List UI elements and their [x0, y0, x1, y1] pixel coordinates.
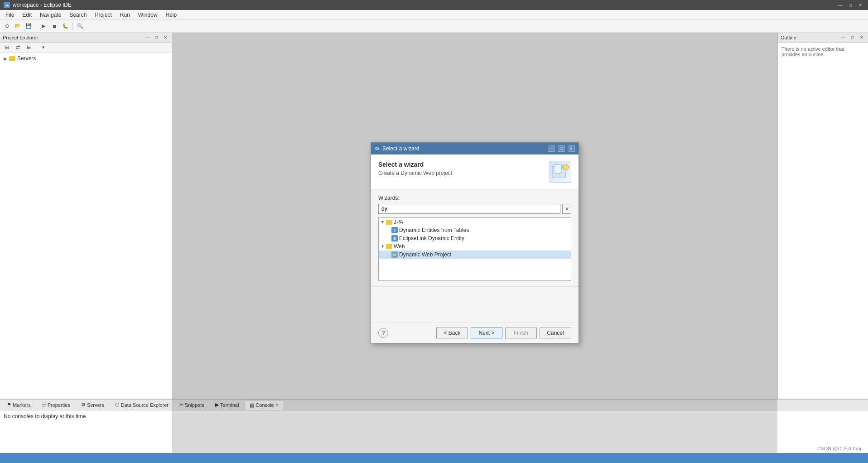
project-explorer-title: Project Explorer	[3, 35, 142, 40]
pe-link-editor[interactable]: ⇄	[13, 43, 23, 53]
wizard-item-dynamic-web-project[interactable]: W Dynamic Web Project	[379, 251, 571, 259]
markers-icon: ⚑	[7, 402, 11, 408]
modal-overlay: ⚙ Select a wizard — □ ✕ Select a wizard …	[172, 33, 777, 453]
menu-help[interactable]: Help	[162, 11, 181, 19]
web-expand-icon: ▼	[381, 244, 385, 249]
window-title: workspace - Eclipse IDE	[13, 2, 834, 8]
servers-icon: ⚙	[81, 402, 86, 408]
tab-markers[interactable]: ⚑ Markers	[2, 400, 36, 410]
no-consoles-text: No consoles to display at this time.	[4, 413, 87, 420]
close-window-button[interactable]: ✕	[856, 2, 864, 8]
outline-minimize[interactable]: —	[840, 34, 847, 41]
dialog-header-title: Select a wizard	[378, 161, 544, 168]
left-panel: Project Explorer — □ ✕ ⊟ ⇄ ⊞ ▾ ▶ Servers	[0, 33, 172, 453]
cancel-button[interactable]: Cancel	[540, 328, 571, 338]
wizard-parent-jpa[interactable]: ▼ JPA	[379, 218, 571, 226]
menu-edit[interactable]: Edit	[19, 11, 35, 19]
jpa-label: JPA	[394, 219, 403, 225]
center-area: ⚙ Select a wizard — □ ✕ Select a wizard …	[172, 33, 777, 453]
wizard-tree: ▼ JPA J Dynamic Entities from Tables E E…	[378, 217, 571, 281]
wizard-parent-web[interactable]: ▼ Web	[379, 242, 571, 251]
project-explorer-close[interactable]: ✕	[162, 34, 169, 41]
dialog-buttons: ? < Back Next > Finish Cancel	[371, 323, 579, 343]
dialog-header-sub: Create a Dynamic Web project	[378, 170, 544, 176]
dialog-header: Select a wizard Create a Dynamic Web pro…	[371, 154, 579, 189]
menu-file[interactable]: File	[2, 11, 18, 19]
outline-close[interactable]: ✕	[858, 34, 865, 41]
tab-servers[interactable]: ⚙ Servers	[76, 400, 109, 410]
window-controls: — □ ✕	[836, 2, 864, 8]
menu-project[interactable]: Project	[91, 11, 115, 19]
eclipselink-label: EclipseLink Dynamic Entity	[399, 235, 464, 241]
web-folder-icon	[386, 244, 392, 249]
wizard-group-jpa: ▼ JPA J Dynamic Entities from Tables E E…	[379, 218, 571, 242]
outline-maximize[interactable]: □	[849, 34, 856, 41]
pe-collapse-all[interactable]: ⊟	[2, 43, 12, 53]
pe-sep	[36, 43, 36, 52]
dialog-titlebar: ⚙ Select a wizard — □ ✕	[371, 143, 579, 154]
app-icon: ☁	[4, 2, 10, 8]
menu-window[interactable]: Window	[135, 11, 161, 19]
dialog-header-text: Select a wizard Create a Dynamic Web pro…	[378, 161, 544, 176]
wizard-search-input[interactable]	[378, 204, 560, 214]
outline-header: Outline — □ ✕	[778, 33, 868, 43]
project-explorer-maximize[interactable]: □	[153, 34, 160, 41]
tb-stop-button[interactable]: ⏹	[49, 21, 59, 31]
maximize-button[interactable]: □	[846, 2, 854, 8]
pe-menu[interactable]: ▾	[39, 43, 48, 53]
wizard-item-eclipselink[interactable]: E EclipseLink Dynamic Entity	[379, 234, 571, 242]
tree-item-servers[interactable]: ▶ Servers	[2, 54, 170, 63]
expand-icon: ▶	[4, 56, 7, 61]
main-layout: Project Explorer — □ ✕ ⊟ ⇄ ⊞ ▾ ▶ Servers	[0, 33, 868, 453]
wizard-clear-button[interactable]: ✕	[562, 204, 571, 214]
watermark: CSDN @Dr.F.Arthur	[817, 446, 862, 451]
project-explorer-toolbar: ⊟ ⇄ ⊞ ▾	[0, 43, 172, 53]
next-button[interactable]: Next >	[471, 328, 502, 338]
tb-save-button[interactable]: 💾	[24, 21, 34, 31]
dynamic-entities-label: Dynamic Entities from Tables	[399, 227, 469, 233]
dynamic-entities-icon: J	[391, 227, 398, 233]
jpa-folder-icon	[386, 220, 392, 225]
title-bar: ☁ workspace - Eclipse IDE — □ ✕	[0, 0, 868, 10]
tb-search-button[interactable]: 🔍	[75, 21, 85, 31]
project-explorer-header: Project Explorer — □ ✕	[0, 33, 172, 43]
tb-open-button[interactable]: 📂	[13, 21, 23, 31]
wizards-label: Wizards:	[378, 195, 571, 201]
back-button[interactable]: < Back	[436, 328, 468, 338]
tb-separator-1	[36, 22, 36, 30]
tb-new-button[interactable]: ⊕	[2, 21, 12, 31]
jpa-expand-icon: ▼	[381, 220, 385, 224]
pe-filter[interactable]: ⊞	[24, 43, 34, 53]
toolbar: ⊕ 📂 💾 ▶ ⏹ 🐛 🔍	[0, 20, 868, 33]
wizard-search-row: ✕	[378, 204, 571, 214]
menu-run[interactable]: Run	[116, 11, 134, 19]
eclipselink-icon: E	[391, 235, 398, 241]
data-source-icon: ⬡	[115, 402, 120, 408]
wizard-group-web: ▼ Web W Dynamic Web Project	[379, 242, 571, 259]
properties-icon: ☰	[42, 402, 46, 408]
dialog-minimize-button[interactable]: —	[548, 145, 555, 152]
markers-label: Markers	[13, 402, 31, 408]
help-button[interactable]: ?	[378, 328, 388, 338]
dialog-close-button[interactable]: ✕	[568, 145, 575, 152]
dialog-maximize-button[interactable]: □	[558, 145, 565, 152]
dynamic-web-project-label: Dynamic Web Project	[399, 251, 451, 258]
menu-search[interactable]: Search	[66, 11, 90, 19]
tb-run-button[interactable]: ▶	[39, 21, 48, 31]
minimize-button[interactable]: —	[836, 2, 844, 8]
tab-properties[interactable]: ☰ Properties	[37, 400, 75, 410]
menu-navigate[interactable]: Navigate	[36, 11, 65, 19]
right-panel: Outline — □ ✕ There is no active editor …	[777, 33, 868, 453]
svg-rect-1	[554, 164, 561, 174]
tb-debug-button[interactable]: 🐛	[60, 21, 70, 31]
outline-no-editor-text: There is no active editor that provides …	[778, 43, 868, 61]
wizard-dialog: ⚙ Select a wizard — □ ✕ Select a wizard …	[371, 142, 579, 343]
finish-button[interactable]: Finish	[505, 328, 537, 338]
project-explorer-minimize[interactable]: —	[144, 34, 151, 41]
dialog-header-icon	[550, 161, 571, 183]
svg-point-3	[563, 164, 569, 170]
tab-data-source-explorer[interactable]: ⬡ Data Source Explorer	[110, 400, 174, 410]
servers-label: Servers	[17, 55, 36, 62]
web-label: Web	[394, 243, 405, 250]
wizard-item-dynamic-entities[interactable]: J Dynamic Entities from Tables	[379, 226, 571, 234]
